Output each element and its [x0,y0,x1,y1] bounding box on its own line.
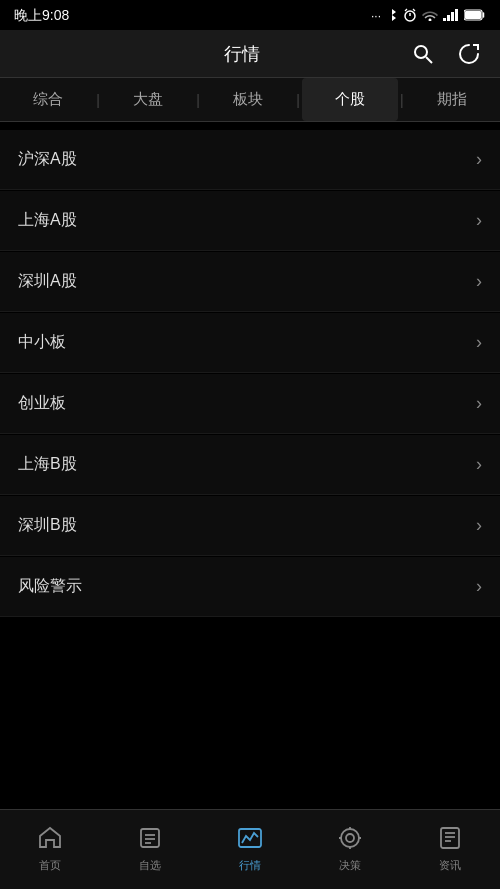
svg-point-17 [341,829,359,847]
svg-rect-4 [443,18,446,21]
wifi-icon [422,9,438,24]
list-item-zhongxiaoban[interactable]: 中小板 › [0,313,500,373]
svg-rect-5 [447,15,450,21]
status-bar: 晚上9:08 ··· [0,0,500,30]
list-item-shenzhen-a[interactable]: 深圳A股 › [0,252,500,312]
arrow-icon-3: › [476,332,482,353]
nav-label-juece: 决策 [339,858,361,873]
svg-point-10 [415,46,427,58]
svg-rect-12 [141,829,159,847]
nav-item-juece[interactable]: 决策 [300,810,400,889]
status-icons: ··· [371,8,486,25]
svg-line-3 [413,9,415,11]
signal-bars-icon [443,9,459,24]
tab-zonghe[interactable]: 综合 [0,78,96,121]
svg-rect-7 [455,9,458,21]
list-item-shanghai-b[interactable]: 上海B股 › [0,435,500,495]
alarm-icon [403,8,417,25]
arrow-icon-0: › [476,149,482,170]
tab-bar: 综合 | 大盘 | 板块 | 个股 | 期指 [0,78,500,122]
tab-bankuai[interactable]: 板块 [200,78,296,121]
arrow-icon-4: › [476,393,482,414]
header-icons [408,39,484,69]
bluetooth-icon [386,8,398,25]
home-icon [37,826,63,854]
nav-label-home: 首页 [39,858,61,873]
list-item-chuangye[interactable]: 创业板 › [0,374,500,434]
battery-icon [464,9,486,24]
arrow-icon-1: › [476,210,482,231]
refresh-button[interactable] [454,39,484,69]
tab-dapan[interactable]: 大盘 [100,78,196,121]
header-title: 行情 [76,42,408,66]
nav-label-hangqing: 行情 [239,858,261,873]
bottom-nav: 首页 自选 行情 [0,809,500,889]
nav-label-zixuan: 自选 [139,858,161,873]
svg-rect-6 [451,12,454,21]
list-item-hushen-a[interactable]: 沪深A股 › [0,130,500,190]
tab-sep-3: | [296,92,300,108]
svg-rect-23 [441,828,459,848]
zixun-icon [438,826,462,854]
nav-item-home[interactable]: 首页 [0,810,100,889]
nav-label-zixun: 资讯 [439,858,461,873]
arrow-icon-2: › [476,271,482,292]
search-button[interactable] [408,39,438,69]
nav-item-zixun[interactable]: 资讯 [400,810,500,889]
tab-qizhi[interactable]: 期指 [404,78,500,121]
nav-item-hangqing[interactable]: 行情 [200,810,300,889]
zixuan-icon [138,826,162,854]
arrow-icon-5: › [476,454,482,475]
tab-gegu[interactable]: 个股 [302,78,398,121]
svg-rect-9 [465,11,481,19]
arrow-icon-7: › [476,576,482,597]
juece-icon [338,826,362,854]
stock-list: 沪深A股 › 上海A股 › 深圳A股 › 中小板 › 创业板 › 上海B股 › … [0,122,500,617]
header: 行情 [0,30,500,78]
list-item-shanghai-a[interactable]: 上海A股 › [0,191,500,251]
arrow-icon-6: › [476,515,482,536]
status-time: 晚上9:08 [14,7,69,25]
list-item-shenzhen-b[interactable]: 深圳B股 › [0,496,500,556]
hangqing-icon [237,826,263,854]
svg-line-11 [426,57,432,63]
signal-dots: ··· [371,9,381,23]
svg-point-18 [346,834,354,842]
svg-line-2 [405,9,407,11]
list-item-fengxian[interactable]: 风险警示 › [0,557,500,617]
svg-rect-16 [239,829,261,847]
nav-item-zixuan[interactable]: 自选 [100,810,200,889]
